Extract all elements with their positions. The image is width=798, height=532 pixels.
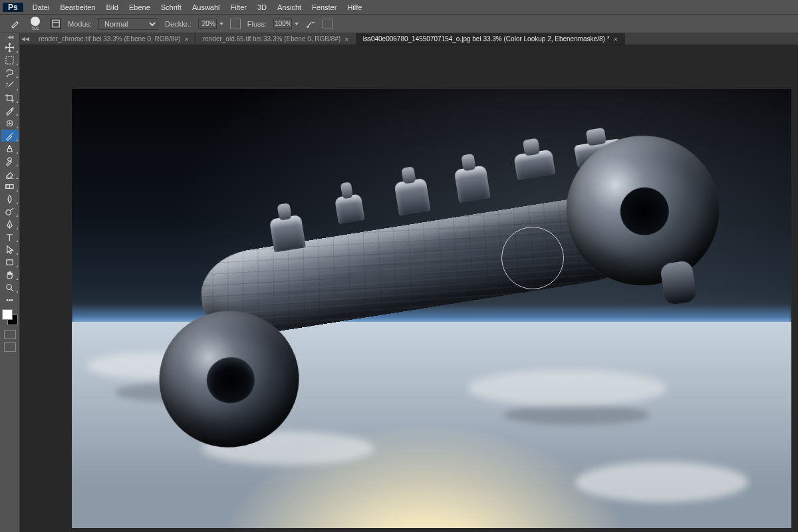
zoom-tool[interactable] (1, 281, 19, 293)
flow-label: Fluss: (247, 20, 267, 28)
quick-mask-toggle[interactable] (4, 330, 16, 339)
opacity-input[interactable] (198, 19, 217, 29)
menu-view[interactable]: Ansicht (272, 3, 307, 11)
close-icon[interactable]: × (614, 35, 618, 43)
brush-panel-toggle-icon[interactable] (51, 19, 61, 29)
svg-rect-7 (7, 259, 13, 265)
document-tabs: ◀◀ render_chrome.tif bei 33.3% (Ebene 0,… (20, 33, 798, 45)
tabstrip-collapse-icon[interactable]: ◀◀ (21, 36, 29, 42)
menu-3d[interactable]: 3D (252, 3, 272, 11)
tab-label: render_chrome.tif bei 33.3% (Ebene 0, RG… (39, 35, 180, 43)
brush-cursor (501, 227, 564, 289)
pressure-opacity-icon[interactable] (230, 19, 241, 29)
app-logo: Ps (3, 3, 23, 12)
brush-size-label: 500 (31, 26, 39, 31)
svg-rect-2 (6, 56, 13, 63)
move-tool[interactable] (1, 41, 19, 53)
more-tools-icon[interactable]: ••• (1, 294, 19, 306)
svg-rect-0 (53, 20, 60, 27)
crop-tool[interactable] (1, 92, 19, 104)
history-brush-tool[interactable] (1, 155, 19, 167)
menu-layer[interactable]: Ebene (124, 3, 156, 11)
document-tab[interactable]: iss040e006780_14550707154_o.jpg bei 33.3… (356, 33, 625, 45)
airbrush-icon[interactable] (305, 19, 316, 29)
chevron-down-icon[interactable] (219, 23, 223, 25)
brush-tool[interactable] (1, 130, 19, 142)
tool-preset-icon[interactable] (9, 19, 20, 29)
document-tab[interactable]: render_old.65.tif bei 33.3% (Ebene 0, RG… (196, 33, 356, 45)
eyedropper-tool[interactable] (1, 104, 19, 116)
close-icon[interactable]: × (184, 35, 188, 43)
document-tab[interactable]: render_chrome.tif bei 33.3% (Ebene 0, RG… (32, 33, 196, 45)
menu-type[interactable]: Schrift (156, 3, 187, 11)
path-selection-tool[interactable] (1, 243, 19, 255)
collapse-toolbar-icon[interactable]: ◀◀ (7, 35, 13, 40)
document-canvas[interactable] (72, 89, 791, 528)
screen-mode-toggle[interactable] (4, 342, 16, 352)
opacity-label: Deckkr.: (165, 20, 192, 28)
blend-mode-select[interactable]: Normal (98, 18, 158, 30)
canvas-area[interactable] (20, 45, 798, 532)
close-icon[interactable]: × (344, 35, 348, 43)
svg-point-6 (6, 209, 11, 215)
menu-file[interactable]: Datei (27, 3, 55, 11)
marquee-tool[interactable] (1, 54, 19, 66)
healing-brush-tool[interactable] (1, 117, 19, 129)
svg-point-8 (7, 284, 12, 289)
clone-stamp-tool[interactable] (1, 142, 19, 154)
rectangle-tool[interactable] (1, 256, 19, 268)
eraser-tool[interactable] (1, 168, 19, 180)
menu-select[interactable]: Auswahl (187, 3, 225, 11)
tab-label: render_old.65.tif bei 33.3% (Ebene 0, RG… (203, 35, 340, 43)
gradient-tool[interactable] (1, 180, 19, 192)
menu-filter[interactable]: Filter (225, 3, 252, 11)
svg-point-1 (307, 26, 309, 27)
blur-tool[interactable] (1, 193, 19, 205)
menu-edit[interactable]: Bearbeiten (55, 3, 100, 11)
brush-preset-picker[interactable]: 500 (27, 17, 44, 31)
lasso-tool[interactable] (1, 66, 19, 78)
chevron-down-icon[interactable] (295, 23, 299, 25)
svg-rect-5 (6, 184, 10, 188)
menu-image[interactable]: Bild (101, 3, 124, 11)
tab-label: iss040e006780_14550707154_o.jpg bei 33.3… (363, 35, 610, 43)
dodge-tool[interactable] (1, 205, 19, 217)
flow-input[interactable] (273, 19, 292, 29)
foreground-background-colors[interactable] (2, 309, 18, 325)
tools-panel: ◀◀ ••• (0, 33, 20, 532)
options-bar: 500 Modus: Normal Deckkr.: Fluss: (0, 15, 798, 33)
menu-bar: Ps Datei Bearbeiten Bild Ebene Schrift A… (0, 0, 798, 15)
blend-mode-label: Modus: (68, 20, 92, 28)
menu-window[interactable]: Fenster (307, 3, 342, 11)
hand-tool[interactable] (1, 269, 19, 281)
type-tool[interactable] (1, 231, 19, 243)
menu-help[interactable]: Hilfe (342, 3, 367, 11)
pressure-size-icon[interactable] (323, 19, 333, 29)
magic-wand-tool[interactable] (1, 79, 19, 91)
pen-tool[interactable] (1, 218, 19, 230)
